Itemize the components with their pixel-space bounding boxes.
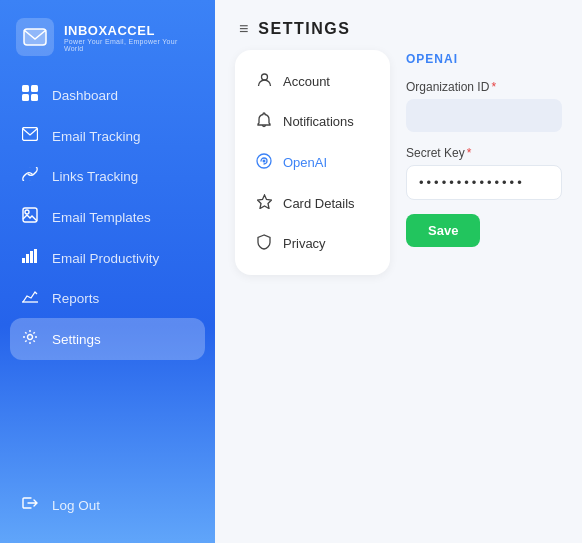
svg-rect-8 [22,258,25,263]
sidebar-nav: Dashboard Email Tracking Links Tracking … [0,70,215,475]
links-tracking-icon [20,167,40,185]
logo-subtitle: Power Your Email, Empower Your World [64,38,199,52]
dashboard-label: Dashboard [52,88,118,103]
logo-title: INBOXACCEL [64,23,199,38]
svg-rect-10 [30,251,33,263]
svg-rect-2 [31,85,38,92]
dashboard-icon [20,85,40,105]
account-icon [255,72,273,90]
secret-key-input[interactable] [406,165,562,200]
openai-section-title: OPENAI [406,50,562,66]
sidebar-bottom: Log Out [0,475,215,543]
svg-rect-0 [24,29,46,45]
privacy-icon [255,234,273,253]
sidebar-item-email-templates[interactable]: Email Templates [0,196,215,238]
email-templates-label: Email Templates [52,210,151,225]
svg-rect-1 [22,85,29,92]
notifications-icon [255,112,273,131]
logo: INBOXACCEL Power Your Email, Empower You… [0,0,215,70]
settings-menu-card: Account Notifications OpenAI Card Detail… [235,50,390,275]
svg-rect-3 [22,94,29,101]
svg-point-14 [261,74,267,80]
account-label: Account [283,74,330,89]
org-id-input[interactable] [406,99,562,132]
openai-panel: OPENAI Organization ID* Secret Key* Save [406,50,562,523]
card-details-icon [255,194,273,212]
svg-point-7 [25,210,29,214]
email-tracking-icon [20,127,40,145]
page-header: ≡ SETTINGS [215,0,582,50]
main-body: Account Notifications OpenAI Card Detail… [215,50,582,543]
links-tracking-label: Links Tracking [52,169,138,184]
svg-point-16 [263,160,266,163]
settings-icon [20,329,40,349]
reports-label: Reports [52,291,99,306]
email-templates-icon [20,207,40,227]
logo-icon [16,18,54,56]
sidebar-item-reports[interactable]: Reports [0,278,215,318]
settings-label: Settings [52,332,101,347]
sidebar-item-dashboard[interactable]: Dashboard [0,74,215,116]
secret-key-form-group: Secret Key* [406,146,562,200]
main-content-area: ≡ SETTINGS Account Notifications [215,0,582,543]
sidebar-item-links-tracking[interactable]: Links Tracking [0,156,215,196]
org-id-form-group: Organization ID* [406,80,562,132]
email-productivity-label: Email Productivity [52,251,159,266]
svg-rect-11 [34,249,37,263]
logout-label: Log Out [52,498,100,513]
openai-label: OpenAI [283,155,327,170]
sidebar-item-logout[interactable]: Log Out [0,485,215,525]
email-productivity-icon [20,249,40,267]
logout-icon [20,496,40,514]
svg-rect-4 [31,94,38,101]
org-id-label: Organization ID* [406,80,562,94]
settings-menu-privacy[interactable]: Privacy [243,224,382,263]
card-details-label: Card Details [283,196,355,211]
openai-icon [255,153,273,172]
settings-menu-card-details[interactable]: Card Details [243,184,382,222]
sidebar-item-settings[interactable]: Settings [10,318,205,360]
sidebar: INBOXACCEL Power Your Email, Empower You… [0,0,215,543]
privacy-label: Privacy [283,236,326,251]
sidebar-item-email-tracking[interactable]: Email Tracking [0,116,215,156]
logo-text: INBOXACCEL Power Your Email, Empower You… [64,23,199,52]
svg-rect-9 [26,254,29,263]
secret-key-label: Secret Key* [406,146,562,160]
notifications-label: Notifications [283,114,354,129]
svg-rect-5 [23,128,38,141]
hamburger-icon[interactable]: ≡ [239,20,248,38]
page-title: SETTINGS [258,20,350,38]
reports-icon [20,289,40,307]
sidebar-item-email-productivity[interactable]: Email Productivity [0,238,215,278]
save-button[interactable]: Save [406,214,480,247]
svg-point-13 [28,335,33,340]
settings-menu-openai[interactable]: OpenAI [243,143,382,182]
settings-menu-account[interactable]: Account [243,62,382,100]
email-tracking-label: Email Tracking [52,129,141,144]
settings-menu-notifications[interactable]: Notifications [243,102,382,141]
